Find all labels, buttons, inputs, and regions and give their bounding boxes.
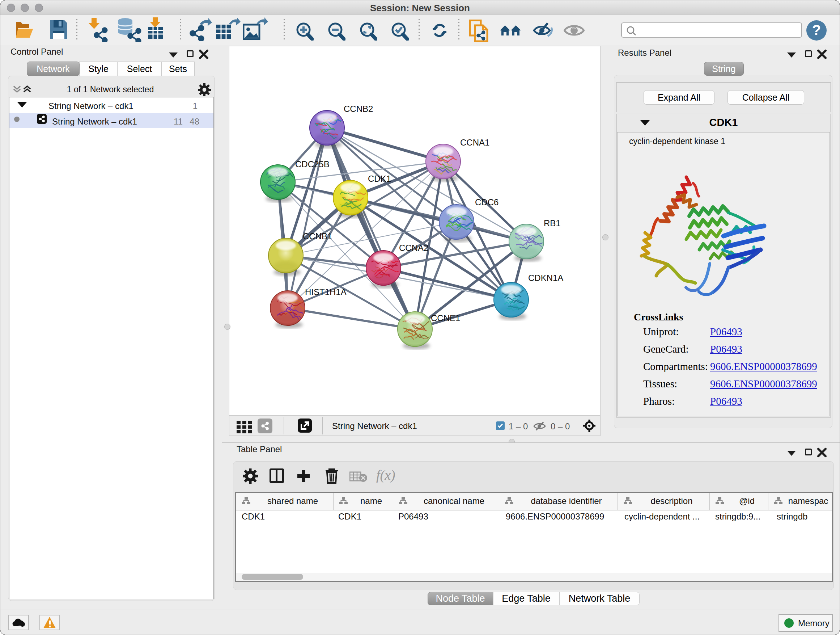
svg-text:CDC25B: CDC25B [295,159,330,169]
svg-text:HIST1H1A: HIST1H1A [305,287,347,297]
svg-text:CCNB1: CCNB1 [303,231,332,241]
svg-text:CCNA1: CCNA1 [460,138,489,147]
svg-text:CDK1: CDK1 [368,174,391,184]
svg-text:CDKN1A: CDKN1A [528,273,563,283]
svg-text:CCNA2: CCNA2 [399,243,428,253]
svg-text:CCNB2: CCNB2 [344,104,373,114]
svg-text:CDC6: CDC6 [475,197,499,207]
svg-text:RB1: RB1 [544,218,561,228]
svg-text:CCNE1: CCNE1 [431,313,460,323]
